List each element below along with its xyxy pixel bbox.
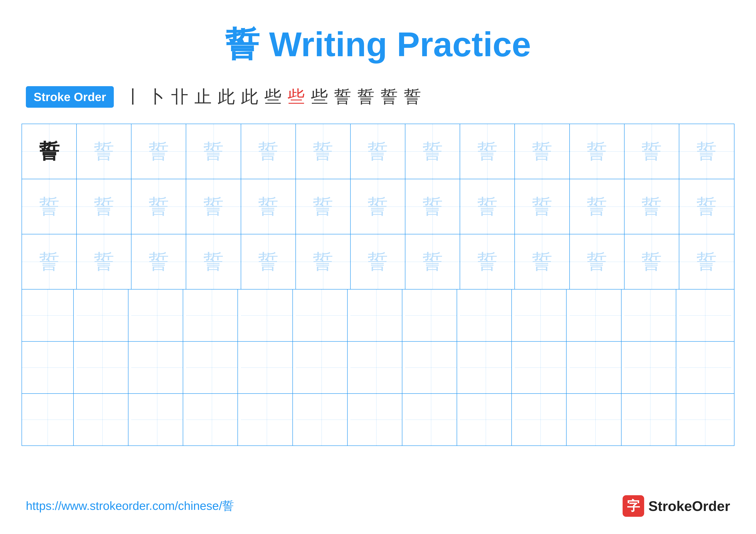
grid-cell-2-6[interactable]: 誓: [296, 179, 351, 234]
practice-grid: 誓 誓 誓 誓 誓 誓 誓 誓 誓 誓 誓 誓 誓 誓 誓 誓 誓 誓 誓 誓 …: [21, 124, 735, 446]
grid-cell-2-10[interactable]: 誓: [515, 179, 570, 234]
grid-cell-5-13[interactable]: [679, 342, 731, 393]
grid-cell-6-12[interactable]: [625, 394, 676, 445]
footer-brand: 字 StrokeOrder: [623, 495, 730, 517]
grid-cell-4-12[interactable]: [625, 290, 676, 341]
grid-cell-6-7[interactable]: [351, 394, 402, 445]
grid-cell-2-11[interactable]: 誓: [570, 179, 625, 234]
grid-cell-2-4[interactable]: 誓: [186, 179, 241, 234]
grid-cell-5-7[interactable]: [351, 342, 402, 393]
char-display: 誓: [94, 196, 114, 217]
grid-cell-2-3[interactable]: 誓: [131, 179, 186, 234]
grid-cell-6-9[interactable]: [460, 394, 512, 445]
grid-cell-5-8[interactable]: [405, 342, 457, 393]
grid-cell-2-12[interactable]: 誓: [625, 179, 679, 234]
char-display: 誓: [148, 252, 169, 272]
grid-cell-1-10[interactable]: 誓: [515, 124, 570, 179]
grid-cell-5-9[interactable]: [460, 342, 512, 393]
grid-cell-3-8[interactable]: 誓: [405, 234, 460, 289]
stroke-12: 誓: [381, 85, 398, 109]
grid-cell-3-7[interactable]: 誓: [351, 234, 405, 289]
grid-cell-1-6[interactable]: 誓: [296, 124, 351, 179]
grid-cell-3-10[interactable]: 誓: [515, 234, 570, 289]
grid-cell-6-3[interactable]: [131, 394, 183, 445]
char-display: 誓: [313, 196, 333, 217]
grid-cell-6-5[interactable]: [241, 394, 293, 445]
grid-cell-5-6[interactable]: [296, 342, 348, 393]
grid-cell-1-11[interactable]: 誓: [570, 124, 625, 179]
grid-cell-1-13[interactable]: 誓: [679, 124, 734, 179]
grid-cell-3-3[interactable]: 誓: [131, 234, 186, 289]
stroke-11: 誓: [357, 85, 375, 109]
grid-cell-4-9[interactable]: [460, 290, 512, 341]
grid-cell-6-11[interactable]: [570, 394, 622, 445]
grid-cell-2-8[interactable]: 誓: [405, 179, 460, 234]
grid-cell-6-10[interactable]: [515, 394, 567, 445]
grid-cell-5-1[interactable]: [22, 342, 74, 393]
char-display: 誓: [94, 141, 114, 162]
grid-cell-4-7[interactable]: [351, 290, 402, 341]
grid-cell-3-9[interactable]: 誓: [460, 234, 515, 289]
grid-cell-4-3[interactable]: [131, 290, 183, 341]
grid-cell-1-12[interactable]: 誓: [625, 124, 679, 179]
grid-cell-1-8[interactable]: 誓: [405, 124, 460, 179]
grid-cell-2-13[interactable]: 誓: [679, 179, 734, 234]
grid-cell-4-1[interactable]: [22, 290, 74, 341]
grid-cell-4-6[interactable]: [296, 290, 348, 341]
grid-cell-1-1[interactable]: 誓: [22, 124, 77, 179]
grid-cell-2-2[interactable]: 誓: [77, 179, 131, 234]
grid-cell-5-2[interactable]: [77, 342, 128, 393]
grid-cell-3-4[interactable]: 誓: [186, 234, 241, 289]
grid-cell-3-6[interactable]: 誓: [296, 234, 351, 289]
grid-cell-5-5[interactable]: [241, 342, 293, 393]
grid-cell-6-13[interactable]: [679, 394, 731, 445]
char-display: 誓: [313, 252, 333, 272]
char-display: 誓: [532, 252, 552, 272]
grid-cell-5-10[interactable]: [515, 342, 567, 393]
char-display: 誓: [258, 141, 279, 162]
grid-cell-5-11[interactable]: [570, 342, 622, 393]
grid-cell-2-5[interactable]: 誓: [241, 179, 296, 234]
grid-cell-4-8[interactable]: [405, 290, 457, 341]
grid-cell-2-9[interactable]: 誓: [460, 179, 515, 234]
stroke-6: 此: [241, 85, 258, 109]
grid-cell-1-3[interactable]: 誓: [131, 124, 186, 179]
grid-cell-4-11[interactable]: [570, 290, 622, 341]
grid-cell-4-13[interactable]: [679, 290, 731, 341]
grid-cell-1-9[interactable]: 誓: [460, 124, 515, 179]
char-display: 誓: [477, 196, 498, 217]
grid-cell-1-7[interactable]: 誓: [351, 124, 405, 179]
char-display: 誓: [148, 196, 169, 217]
grid-cell-5-4[interactable]: [186, 342, 238, 393]
grid-cell-6-6[interactable]: [296, 394, 348, 445]
grid-cell-1-4[interactable]: 誓: [186, 124, 241, 179]
grid-cell-3-2[interactable]: 誓: [77, 234, 131, 289]
grid-cell-4-10[interactable]: [515, 290, 567, 341]
grid-cell-2-1[interactable]: 誓: [22, 179, 77, 234]
grid-cell-6-4[interactable]: [186, 394, 238, 445]
grid-cell-4-5[interactable]: [241, 290, 293, 341]
grid-cell-5-12[interactable]: [625, 342, 676, 393]
title-character: 誓: [225, 25, 259, 64]
grid-cell-6-1[interactable]: [22, 394, 74, 445]
char-display: 誓: [367, 141, 388, 162]
grid-cell-3-13[interactable]: 誓: [679, 234, 734, 289]
grid-cell-3-1[interactable]: 誓: [22, 234, 77, 289]
grid-cell-4-2[interactable]: [77, 290, 128, 341]
grid-cell-3-5[interactable]: 誓: [241, 234, 296, 289]
grid-cell-6-2[interactable]: [77, 394, 128, 445]
grid-cell-3-12[interactable]: 誓: [625, 234, 679, 289]
grid-cell-6-8[interactable]: [405, 394, 457, 445]
char-display: 誓: [477, 252, 498, 272]
grid-row-2: 誓 誓 誓 誓 誓 誓 誓 誓 誓 誓 誓 誓 誓: [22, 179, 734, 234]
char-display: 誓: [367, 196, 388, 217]
char-display: 誓: [477, 141, 498, 162]
grid-cell-2-7[interactable]: 誓: [351, 179, 405, 234]
grid-cell-4-4[interactable]: [186, 290, 238, 341]
grid-cell-3-11[interactable]: 誓: [570, 234, 625, 289]
grid-cell-1-2[interactable]: 誓: [77, 124, 131, 179]
grid-cell-5-3[interactable]: [131, 342, 183, 393]
stroke-13: 誓: [404, 85, 421, 109]
grid-cell-1-5[interactable]: 誓: [241, 124, 296, 179]
grid-row-3: 誓 誓 誓 誓 誓 誓 誓 誓 誓 誓 誓 誓 誓: [22, 234, 734, 290]
